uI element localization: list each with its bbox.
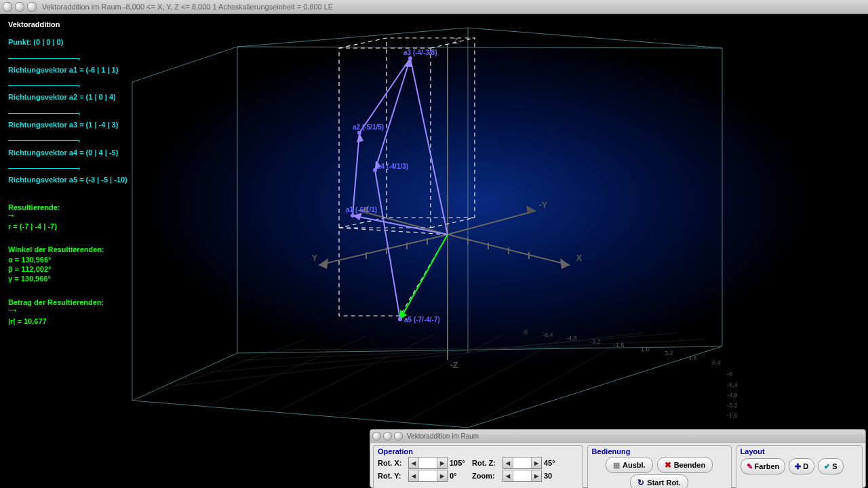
info-panel: Vektoraddition Punkt: (0 | 0 | 0) Richtu… [8, 20, 218, 327]
zoom-value: 30 [544, 472, 564, 480]
svg-point-47 [408, 56, 412, 60]
svg-line-7 [339, 336, 502, 418]
svg-text:-3,2: -3,2 [727, 402, 738, 409]
roty-slider[interactable]: ◀▶ [408, 470, 448, 482]
svg-text:-6,4: -6,4 [542, 331, 553, 338]
svg-marker-18 [526, 205, 536, 214]
res-title: Resultierende: [8, 203, 218, 212]
svg-text:a3 (-4/-3/8): a3 (-4/-3/8) [403, 49, 437, 56]
toolbox-window: Vektoraddition im Raum Operation Rot. X:… [370, 429, 866, 488]
arrow-right-icon[interactable]: ▶ [531, 470, 541, 481]
betrag-val: |r| = 10,677 [8, 307, 218, 327]
svg-line-15 [448, 211, 536, 235]
punkt-row: Punkt: (0 | 0 | 0) [8, 37, 218, 47]
arrow-left-icon[interactable]: ◀ [503, 458, 513, 468]
operation-heading: Operation [378, 447, 578, 455]
svg-text:-8: -8 [522, 329, 528, 336]
window-title: Vektoraddition im Raum -8,000 <= X, Y, Z… [42, 3, 333, 11]
toolbox-btn-2[interactable] [383, 432, 392, 441]
layout-heading: Layout [741, 447, 858, 455]
svg-text:-1,6: -1,6 [727, 412, 738, 419]
svg-text:a1 (-6/1/1): a1 (-6/1/1) [346, 206, 377, 214]
svg-line-36 [353, 133, 359, 216]
roty-value: 0° [450, 472, 470, 480]
svg-marker-17 [319, 258, 328, 269]
svg-line-11 [319, 235, 448, 265]
betrag-title: Betrag der Resultierenden: [8, 298, 218, 307]
titlebar-button-3[interactable] [27, 2, 37, 12]
svg-text:-4,8: -4,8 [727, 392, 738, 399]
arrow-right-icon[interactable]: ▶ [531, 458, 541, 468]
svg-text:6,4: 6,4 [712, 359, 721, 366]
svg-text:-1,6: -1,6 [614, 342, 625, 348]
res-val: r = (-7 | -4 | -7) [8, 212, 218, 232]
svg-line-9 [468, 341, 624, 428]
titlebar-button-1[interactable] [3, 2, 12, 12]
check-icon: ✔ [824, 462, 830, 471]
rotx-value: 105° [450, 459, 470, 467]
svg-text:-Z: -Z [450, 361, 458, 370]
svg-line-40 [410, 58, 448, 235]
winkel-title: Winkel der Resultierenden: [8, 245, 218, 254]
startrot-button[interactable]: ↻Start Rot. [630, 474, 688, 488]
rv5: Richtungsvektor a5 = (-3 | -5 | -10) [8, 165, 218, 185]
svg-line-2 [245, 340, 705, 360]
zoom-slider[interactable]: ◀▶ [502, 470, 542, 482]
svg-text:a4 (-4/1/3): a4 (-4/1/3) [377, 163, 408, 170]
rotz-label: Rot. Z: [472, 459, 500, 467]
svg-point-45 [351, 214, 355, 218]
svg-text:a2 (-5/1/5): a2 (-5/1/5) [353, 123, 384, 131]
farben-button[interactable]: ✎Farben [741, 458, 786, 474]
close-icon: ✖ [665, 460, 671, 470]
svg-text:Y: Y [312, 253, 317, 263]
svg-text:4,8: 4,8 [688, 354, 697, 361]
roty-label: Rot. Y: [378, 472, 406, 480]
svg-line-6 [271, 334, 434, 414]
titlebar-button-2[interactable] [15, 2, 24, 12]
rv4: Richtungsvektor a4 = (0 | 4 | -5) [8, 138, 218, 157]
arrow-left-icon[interactable]: ◀ [503, 470, 513, 481]
ausbl-button[interactable]: ▦Ausbl. [606, 457, 653, 473]
beta: β = 112,002° [8, 264, 218, 274]
rotate-icon: ↻ [637, 478, 644, 487]
svg-text:-8: -8 [727, 371, 732, 378]
rotz-value: 45° [544, 459, 564, 467]
svg-line-37 [359, 58, 410, 133]
rv2: Richtungsvektor a2 = (1 | 0 | 4) [8, 83, 218, 102]
svg-text:1,6: 1,6 [641, 346, 650, 352]
arrow-right-icon[interactable]: ▶ [437, 470, 447, 481]
alpha: α = 130,966° [8, 255, 218, 264]
toolbox-title: Vektoraddition im Raum [407, 432, 479, 440]
arrow-left-icon[interactable]: ◀ [409, 470, 419, 481]
beenden-button[interactable]: ✖Beenden [657, 457, 713, 473]
svg-text:3,2: 3,2 [665, 350, 673, 357]
paint-icon: ✎ [747, 462, 753, 471]
plus-icon: ✚ [795, 462, 801, 471]
toolbox-btn-1[interactable] [372, 432, 381, 441]
toolbox-btn-3[interactable] [394, 432, 403, 441]
svg-text:X: X [576, 253, 582, 263]
svg-line-14 [359, 211, 448, 235]
svg-text:a5 (-7/-4/-7): a5 (-7/-4/-7) [404, 316, 440, 323]
rotx-label: Rot. X: [378, 459, 406, 467]
svg-point-46 [357, 131, 361, 135]
arrow-right-icon[interactable]: ▶ [437, 458, 447, 468]
svg-marker-16 [560, 258, 570, 269]
d-button[interactable]: ✚D [789, 458, 814, 474]
panel-operation: Operation Rot. X: ◀▶ 105° Rot. Z: ◀▶ 45°… [373, 445, 583, 488]
svg-text:-Y: -Y [539, 201, 547, 210]
viewport-3d[interactable]: X Y -Y -Z Z [0, 14, 868, 430]
svg-line-4 [132, 340, 305, 401]
bedienung-heading: Bedienung [592, 447, 727, 455]
svg-line-38 [375, 58, 410, 170]
rv1: Richtungsvektor a1 = (-6 | 1 | 1) [8, 56, 218, 75]
panel-layout: Layout ✎Farben ✚D ✔S [736, 445, 863, 488]
svg-line-39 [375, 170, 400, 319]
rv3: Richtungsvektor a3 = (1 | -4 | 3) [8, 110, 218, 130]
s-button[interactable]: ✔S [818, 458, 843, 474]
rotx-slider[interactable]: ◀▶ [408, 457, 448, 469]
arrow-left-icon[interactable]: ◀ [409, 458, 419, 468]
rotz-slider[interactable]: ◀▶ [502, 457, 542, 469]
svg-text:-3,2: -3,2 [590, 338, 601, 345]
info-title: Vektoraddition [8, 20, 218, 29]
